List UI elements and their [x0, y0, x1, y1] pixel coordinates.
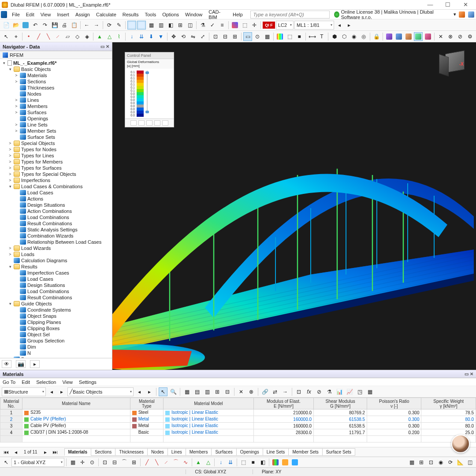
tool-icon-3[interactable]: ◧: [166, 21, 175, 30]
cursor-icon[interactable]: ↖: [2, 32, 11, 41]
g5-icon[interactable]: ⊟: [223, 387, 232, 396]
m2-icon[interactable]: ⬡: [340, 32, 349, 41]
shape2-icon[interactable]: ◈: [82, 32, 91, 41]
f-v3-icon[interactable]: ◧: [258, 458, 267, 467]
qi-badge[interactable]: QI F: [263, 22, 275, 29]
table-row[interactable]: 3Cable PV (Pfeifer)MetalIsotropic | Line…: [0, 423, 476, 429]
g2-icon[interactable]: ▤: [193, 387, 201, 396]
tree-item[interactable]: Design Situations: [2, 202, 112, 208]
tab-nodes[interactable]: Nodes: [147, 448, 168, 456]
f-c3-icon[interactable]: [290, 458, 299, 467]
tree-item[interactable]: >Sections: [2, 78, 112, 85]
pick-icon[interactable]: ⌖: [11, 32, 20, 41]
tree-item[interactable]: Actions: [2, 196, 112, 202]
ext3-icon[interactable]: ⊞: [231, 32, 239, 41]
clipboard-icon[interactable]: 📋: [70, 21, 78, 30]
surf-icon[interactable]: ▱: [63, 32, 72, 41]
f-cursor-icon[interactable]: ↖: [2, 458, 11, 467]
arrow-icon[interactable]: →: [281, 387, 290, 396]
t-prev-icon[interactable]: ◂: [47, 387, 56, 396]
tree-item[interactable]: Load Combinations: [2, 288, 112, 294]
tree-item[interactable]: Combination Wizards: [2, 233, 112, 239]
table-row[interactable]: 1S235SteelIsotropic | Linear Elastic2100…: [0, 409, 476, 416]
tab-thicknesses[interactable]: Thicknesses: [115, 448, 148, 456]
scale-icon[interactable]: ⤢: [198, 32, 207, 41]
rotate-icon[interactable]: ⟲: [179, 32, 188, 41]
g4-icon[interactable]: ⊞: [213, 387, 222, 396]
nav-tab-cam[interactable]: 📷: [16, 360, 26, 368]
tree-item[interactable]: Result Combinations: [2, 294, 112, 301]
user-avatar[interactable]: [451, 435, 470, 453]
config-icon[interactable]: [458, 10, 466, 19]
tree-item[interactable]: >Line Sets: [2, 122, 112, 128]
mesh4-icon[interactable]: [414, 32, 423, 41]
display-btn-2[interactable]: [137, 21, 146, 30]
tree-item[interactable]: Load Combinations: [2, 214, 112, 220]
m3-icon[interactable]: ◉: [350, 32, 358, 41]
member-icon[interactable]: ╲: [44, 32, 52, 41]
support-icon[interactable]: ▲: [95, 32, 104, 41]
x3-icon[interactable]: ⊘: [456, 32, 465, 41]
move-icon[interactable]: ✥: [169, 32, 178, 41]
tree-item[interactable]: Result Combinations: [2, 220, 112, 227]
menu-edit[interactable]: Edit: [23, 11, 37, 18]
txt-icon[interactable]: T: [317, 32, 326, 41]
hinge-icon[interactable]: △: [105, 32, 114, 41]
g1-icon[interactable]: ▦: [182, 387, 191, 396]
f-b-icon[interactable]: ⊟: [110, 458, 119, 467]
r6-icon[interactable]: ◳: [355, 387, 364, 396]
tree-item[interactable]: >Types for Special Objects: [2, 171, 112, 177]
tree-item[interactable]: Load Cases: [2, 276, 112, 282]
r4-icon[interactable]: 📊: [335, 387, 344, 396]
tree-item[interactable]: >Member Sets: [2, 128, 112, 134]
tool-icon-4[interactable]: ⊞: [176, 21, 185, 30]
tree-item[interactable]: >Imperfections: [2, 177, 112, 183]
load-icon[interactable]: ↓: [127, 32, 136, 41]
load4-icon[interactable]: ▼: [156, 32, 165, 41]
del2-icon[interactable]: ⊗: [247, 387, 256, 396]
tree-item[interactable]: >Types for Members: [2, 159, 112, 165]
prev-icon[interactable]: ◂: [335, 21, 344, 30]
materials-grid[interactable]: MaterialNo.Material NameMaterialTypeMate…: [0, 398, 476, 447]
gear-icon[interactable]: ⚙: [465, 32, 474, 41]
pg-first-icon[interactable]: ⏮: [2, 448, 11, 457]
axis-icon[interactable]: ✛: [250, 21, 259, 30]
menu-results[interactable]: Results: [119, 11, 142, 18]
shape-icon[interactable]: ◇: [73, 32, 82, 41]
tree-item[interactable]: Load Cases: [2, 190, 112, 196]
tree-item[interactable]: >Surfaces: [2, 109, 112, 115]
menu-options[interactable]: Options: [159, 11, 182, 18]
tree-item[interactable]: ▾Basic Objects: [2, 66, 112, 72]
menu-insert[interactable]: Insert: [54, 11, 72, 18]
edit-icon[interactable]: ✎: [115, 21, 123, 30]
pg-next-icon[interactable]: ▸: [41, 448, 50, 457]
tree-item[interactable]: >Types for Nodes: [2, 146, 112, 152]
tree-item[interactable]: Design Situations: [2, 282, 112, 288]
f-r2-icon[interactable]: ⊞: [417, 458, 426, 467]
menu-cadbim[interactable]: CAD-BIM: [205, 8, 230, 21]
tree-item[interactable]: >Types for Surfaces: [2, 165, 112, 171]
f-r4-icon[interactable]: ◉: [436, 458, 445, 467]
tab-member-sets[interactable]: Member Sets: [288, 448, 322, 456]
check-icon[interactable]: ✓: [208, 21, 217, 30]
f-l1-icon[interactable]: ╱: [142, 458, 151, 467]
mat-goto[interactable]: Go To: [3, 379, 15, 385]
ctrl-slider[interactable]: [145, 71, 150, 117]
f-r6-icon[interactable]: 📐: [456, 458, 465, 467]
navigator-tree[interactable]: ▾ML_-_Example.rf6*▾Basic Objects>Materia…: [0, 59, 112, 358]
mat-sel[interactable]: Selection: [36, 379, 56, 385]
m4-icon[interactable]: ◎: [359, 32, 368, 41]
tree-item[interactable]: Thicknesses: [2, 85, 112, 91]
tree-item[interactable]: Coordinate Systems: [2, 307, 112, 313]
menu-window[interactable]: Window: [182, 11, 205, 18]
tree-item[interactable]: Surface Sets: [2, 134, 112, 140]
menu-calculate[interactable]: Calculate: [93, 11, 119, 18]
g3-icon[interactable]: ▥: [203, 387, 212, 396]
f-a-icon[interactable]: ⊡: [100, 458, 109, 467]
basic-combo[interactable]: ╱ Basic Objects: [67, 387, 134, 396]
tree-item[interactable]: N: [2, 350, 112, 356]
sync-icon[interactable]: ⇄: [271, 387, 279, 396]
nav-tab-eye[interactable]: 👁: [2, 360, 11, 368]
tree-item[interactable]: >Lines: [2, 97, 112, 103]
tree-item[interactable]: Imperfection Cases: [2, 270, 112, 276]
